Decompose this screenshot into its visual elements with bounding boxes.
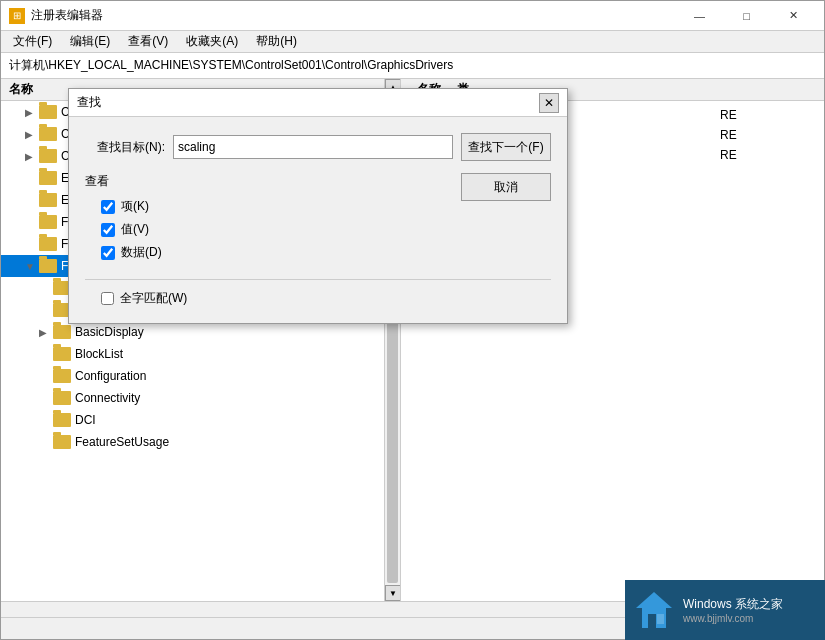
tree-item-connectivity[interactable]: Configuration: [1, 365, 384, 387]
menu-favorites[interactable]: 收藏夹(A): [178, 31, 246, 52]
tree-item-featuresetusage[interactable]: DCI: [1, 409, 384, 431]
find-input[interactable]: [173, 135, 453, 159]
folder-icon: [53, 369, 71, 383]
find-target-row: 查找目标(N): 查找下一个(F): [85, 133, 551, 161]
menu-help[interactable]: 帮助(H): [248, 31, 305, 52]
tree-item-dci[interactable]: Connectivity: [1, 387, 384, 409]
menu-view[interactable]: 查看(V): [120, 31, 176, 52]
maximize-button[interactable]: □: [724, 2, 769, 30]
folder-icon: [39, 215, 57, 229]
checkbox-data-label: 数据(D): [121, 244, 162, 261]
menu-edit[interactable]: 编辑(E): [62, 31, 118, 52]
menu-file[interactable]: 文件(F): [5, 31, 60, 52]
full-match-row: 全字匹配(W): [101, 290, 551, 307]
arrow-icon: ▶: [25, 129, 39, 140]
tree-item-label: DCI: [75, 413, 96, 427]
find-target-label: 查找目标(N):: [85, 139, 165, 156]
tree-item-blocklist[interactable]: ▶ BasicDisplay: [1, 321, 384, 343]
minimize-button[interactable]: —: [677, 2, 722, 30]
arrow-icon: ▶: [25, 107, 39, 118]
menu-bar: 文件(F) 编辑(E) 查看(V) 收藏夹(A) 帮助(H): [1, 31, 824, 53]
tree-item-monitordatastore[interactable]: FeatureSetUsage: [1, 431, 384, 453]
checkbox-key-label: 项(K): [121, 198, 149, 215]
folder-icon: [53, 413, 71, 427]
arrow-icon: ▶: [39, 327, 53, 338]
svg-rect-1: [648, 614, 656, 628]
watermark: Windows 系统之家 www.bjjmlv.com: [625, 580, 825, 640]
tree-item-label: Configuration: [75, 369, 146, 383]
checkbox-fullmatch[interactable]: [101, 292, 114, 305]
tree-item-label: BlockList: [75, 347, 123, 361]
tree-item-label: BasicDisplay: [75, 325, 144, 339]
checkbox-row-data: 数据(D): [101, 244, 453, 261]
tree-item-label: FeatureSetUsage: [75, 435, 169, 449]
folder-icon: [53, 391, 71, 405]
title-controls: — □ ✕: [677, 2, 816, 30]
look-in-section: 查看 项(K) 值(V) 数据(D): [85, 173, 551, 269]
app-icon: ⊞: [9, 8, 25, 24]
folder-icon: [39, 237, 57, 251]
address-bar: 计算机\HKEY_LOCAL_MACHINE\SYSTEM\ControlSet…: [1, 53, 824, 79]
address-text: 计算机\HKEY_LOCAL_MACHINE\SYSTEM\ControlSet…: [9, 57, 453, 74]
row-type: RE: [716, 148, 816, 162]
checkbox-key[interactable]: [101, 200, 115, 214]
watermark-line2: www.bjjmlv.com: [683, 613, 783, 624]
find-next-button[interactable]: 查找下一个(F): [461, 133, 551, 161]
cancel-btn-container: 取消: [461, 173, 551, 269]
look-in-label: 查看: [85, 173, 453, 190]
arrow-icon: ▼: [25, 261, 39, 272]
folder-icon: [53, 347, 71, 361]
watermark-line1: Windows 系统之家: [683, 596, 783, 613]
folder-icon: [39, 105, 57, 119]
close-button[interactable]: ✕: [771, 2, 816, 30]
tree-item-configuration[interactable]: BlockList: [1, 343, 384, 365]
folder-icon: [53, 435, 71, 449]
checkbox-value[interactable]: [101, 223, 115, 237]
scroll-down-btn[interactable]: ▼: [385, 585, 401, 601]
window-title: 注册表编辑器: [31, 7, 103, 24]
row-type: RE: [716, 108, 816, 122]
find-dialog: 查找 ✕ 查找目标(N): 查找下一个(F) 查看 项(K): [68, 88, 568, 324]
title-bar: ⊞ 注册表编辑器 — □ ✕: [1, 1, 824, 31]
arrow-icon: ▶: [25, 151, 39, 162]
find-dialog-title-text: 查找: [77, 94, 101, 111]
checkbox-row-value: 值(V): [101, 221, 453, 238]
folder-icon: [39, 193, 57, 207]
svg-rect-2: [657, 614, 664, 624]
watermark-house-icon: [633, 589, 675, 631]
folder-icon: [39, 171, 57, 185]
folder-icon: [39, 149, 57, 163]
watermark-text-block: Windows 系统之家 www.bjjmlv.com: [683, 596, 783, 624]
find-dialog-body: 查找目标(N): 查找下一个(F) 查看 项(K) 值(V): [69, 117, 567, 323]
title-bar-left: ⊞ 注册表编辑器: [9, 7, 103, 24]
find-dialog-title-bar: 查找 ✕: [69, 89, 567, 117]
folder-icon: [53, 325, 71, 339]
find-separator: [85, 279, 551, 280]
row-type: RE: [716, 128, 816, 142]
checkbox-value-label: 值(V): [121, 221, 149, 238]
tree-item-label: Connectivity: [75, 391, 140, 405]
checkbox-data[interactable]: [101, 246, 115, 260]
fullmatch-label: 全字匹配(W): [120, 290, 187, 307]
checkbox-group: 项(K) 值(V) 数据(D): [101, 198, 453, 261]
folder-icon: [39, 259, 57, 273]
tree-header-label: 名称: [9, 81, 33, 98]
find-dialog-close-button[interactable]: ✕: [539, 93, 559, 113]
cancel-button[interactable]: 取消: [461, 173, 551, 201]
checkbox-row-key: 项(K): [101, 198, 453, 215]
look-in-left: 查看 项(K) 值(V) 数据(D): [85, 173, 453, 269]
folder-icon: [39, 127, 57, 141]
